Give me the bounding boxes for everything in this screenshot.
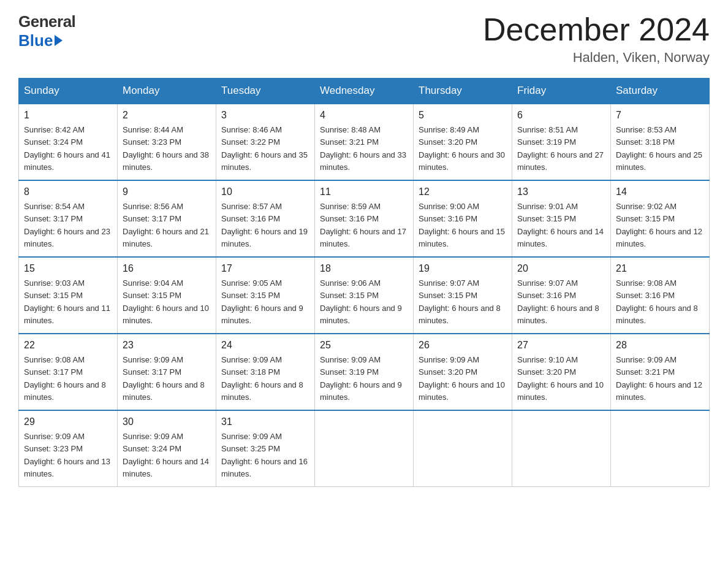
day-number: 24 bbox=[221, 338, 309, 353]
day-number: 16 bbox=[123, 261, 211, 276]
day-number: 3 bbox=[221, 108, 309, 123]
weekday-header-wednesday: Wednesday bbox=[315, 79, 414, 104]
day-number: 5 bbox=[419, 108, 507, 123]
page-header: General Blue December 2024 Halden, Viken… bbox=[18, 12, 710, 66]
day-info: Sunrise: 9:08 AMSunset: 3:16 PMDaylight:… bbox=[616, 278, 698, 325]
day-cell-10: 10 Sunrise: 8:57 AMSunset: 3:16 PMDaylig… bbox=[216, 180, 315, 257]
empty-cell bbox=[315, 410, 414, 487]
day-info: Sunrise: 8:59 AMSunset: 3:16 PMDaylight:… bbox=[320, 202, 406, 248]
day-info: Sunrise: 9:07 AMSunset: 3:16 PMDaylight:… bbox=[517, 278, 599, 325]
day-info: Sunrise: 8:54 AMSunset: 3:17 PMDaylight:… bbox=[24, 202, 110, 248]
day-info: Sunrise: 8:57 AMSunset: 3:16 PMDaylight:… bbox=[221, 202, 308, 248]
week-row-3: 15 Sunrise: 9:03 AMSunset: 3:15 PMDaylig… bbox=[19, 257, 710, 334]
day-info: Sunrise: 8:56 AMSunset: 3:17 PMDaylight:… bbox=[123, 202, 209, 248]
empty-cell bbox=[414, 410, 512, 487]
day-cell-16: 16 Sunrise: 9:04 AMSunset: 3:15 PMDaylig… bbox=[118, 257, 216, 334]
title-block: December 2024 Halden, Viken, Norway bbox=[483, 12, 710, 66]
logo-chevron-icon bbox=[55, 35, 63, 46]
day-cell-12: 12 Sunrise: 9:00 AMSunset: 3:16 PMDaylig… bbox=[414, 180, 512, 257]
day-number: 18 bbox=[320, 261, 408, 276]
day-cell-30: 30 Sunrise: 9:09 AMSunset: 3:24 PMDaylig… bbox=[118, 410, 216, 487]
week-row-4: 22 Sunrise: 9:08 AMSunset: 3:17 PMDaylig… bbox=[19, 334, 710, 410]
day-info: Sunrise: 9:09 AMSunset: 3:24 PMDaylight:… bbox=[123, 432, 209, 478]
day-info: Sunrise: 9:02 AMSunset: 3:15 PMDaylight:… bbox=[616, 202, 702, 248]
day-cell-1: 1 Sunrise: 8:42 AMSunset: 3:24 PMDayligh… bbox=[19, 104, 118, 180]
day-info: Sunrise: 8:44 AMSunset: 3:23 PMDaylight:… bbox=[123, 125, 209, 172]
location-subtitle: Halden, Viken, Norway bbox=[483, 50, 710, 66]
day-cell-11: 11 Sunrise: 8:59 AMSunset: 3:16 PMDaylig… bbox=[315, 180, 414, 257]
day-info: Sunrise: 9:09 AMSunset: 3:23 PMDaylight:… bbox=[24, 432, 110, 478]
day-number: 12 bbox=[419, 185, 507, 199]
day-info: Sunrise: 9:09 AMSunset: 3:21 PMDaylight:… bbox=[616, 355, 702, 402]
day-cell-13: 13 Sunrise: 9:01 AMSunset: 3:15 PMDaylig… bbox=[512, 180, 611, 257]
day-info: Sunrise: 8:42 AMSunset: 3:24 PMDaylight:… bbox=[24, 125, 110, 172]
day-cell-21: 21 Sunrise: 9:08 AMSunset: 3:16 PMDaylig… bbox=[611, 257, 710, 334]
day-cell-17: 17 Sunrise: 9:05 AMSunset: 3:15 PMDaylig… bbox=[216, 257, 315, 334]
day-info: Sunrise: 9:04 AMSunset: 3:15 PMDaylight:… bbox=[123, 278, 209, 325]
weekday-header-row: SundayMondayTuesdayWednesdayThursdayFrid… bbox=[19, 79, 710, 104]
day-cell-15: 15 Sunrise: 9:03 AMSunset: 3:15 PMDaylig… bbox=[19, 257, 118, 334]
day-cell-31: 31 Sunrise: 9:09 AMSunset: 3:25 PMDaylig… bbox=[216, 410, 315, 487]
day-cell-27: 27 Sunrise: 9:10 AMSunset: 3:20 PMDaylig… bbox=[512, 334, 611, 410]
day-number: 13 bbox=[517, 185, 605, 199]
day-number: 8 bbox=[24, 185, 112, 199]
day-number: 14 bbox=[616, 185, 704, 199]
day-number: 4 bbox=[320, 108, 408, 123]
day-number: 25 bbox=[320, 338, 408, 353]
day-cell-23: 23 Sunrise: 9:09 AMSunset: 3:17 PMDaylig… bbox=[118, 334, 216, 410]
day-info: Sunrise: 9:09 AMSunset: 3:19 PMDaylight:… bbox=[320, 355, 402, 402]
weekday-header-sunday: Sunday bbox=[19, 79, 118, 104]
day-number: 21 bbox=[616, 261, 704, 276]
day-number: 17 bbox=[221, 261, 309, 276]
weekday-header-thursday: Thursday bbox=[414, 79, 512, 104]
day-cell-8: 8 Sunrise: 8:54 AMSunset: 3:17 PMDayligh… bbox=[19, 180, 118, 257]
day-info: Sunrise: 9:09 AMSunset: 3:17 PMDaylight:… bbox=[123, 355, 205, 402]
weekday-header-saturday: Saturday bbox=[611, 79, 710, 104]
day-info: Sunrise: 9:09 AMSunset: 3:18 PMDaylight:… bbox=[221, 355, 303, 402]
day-cell-26: 26 Sunrise: 9:09 AMSunset: 3:20 PMDaylig… bbox=[414, 334, 512, 410]
day-info: Sunrise: 9:03 AMSunset: 3:15 PMDaylight:… bbox=[24, 278, 110, 325]
day-info: Sunrise: 9:06 AMSunset: 3:15 PMDaylight:… bbox=[320, 278, 402, 325]
day-info: Sunrise: 9:10 AMSunset: 3:20 PMDaylight:… bbox=[517, 355, 604, 402]
day-number: 9 bbox=[123, 185, 211, 199]
day-cell-14: 14 Sunrise: 9:02 AMSunset: 3:15 PMDaylig… bbox=[611, 180, 710, 257]
logo: General Blue bbox=[18, 12, 75, 50]
logo-blue-text: Blue bbox=[18, 31, 53, 50]
logo-general-text: General bbox=[18, 12, 75, 31]
day-cell-22: 22 Sunrise: 9:08 AMSunset: 3:17 PMDaylig… bbox=[19, 334, 118, 410]
day-number: 10 bbox=[221, 185, 309, 199]
week-row-5: 29 Sunrise: 9:09 AMSunset: 3:23 PMDaylig… bbox=[19, 410, 710, 487]
day-number: 31 bbox=[221, 415, 309, 429]
day-cell-3: 3 Sunrise: 8:46 AMSunset: 3:22 PMDayligh… bbox=[216, 104, 315, 180]
day-info: Sunrise: 9:01 AMSunset: 3:15 PMDaylight:… bbox=[517, 202, 604, 248]
day-number: 15 bbox=[24, 261, 112, 276]
day-cell-28: 28 Sunrise: 9:09 AMSunset: 3:21 PMDaylig… bbox=[611, 334, 710, 410]
day-cell-19: 19 Sunrise: 9:07 AMSunset: 3:15 PMDaylig… bbox=[414, 257, 512, 334]
day-number: 28 bbox=[616, 338, 704, 353]
day-cell-5: 5 Sunrise: 8:49 AMSunset: 3:20 PMDayligh… bbox=[414, 104, 512, 180]
day-number: 29 bbox=[24, 415, 112, 429]
day-number: 7 bbox=[616, 108, 704, 123]
weekday-header-tuesday: Tuesday bbox=[216, 79, 315, 104]
day-cell-7: 7 Sunrise: 8:53 AMSunset: 3:18 PMDayligh… bbox=[611, 104, 710, 180]
day-info: Sunrise: 9:09 AMSunset: 3:20 PMDaylight:… bbox=[419, 355, 505, 402]
day-cell-4: 4 Sunrise: 8:48 AMSunset: 3:21 PMDayligh… bbox=[315, 104, 414, 180]
day-cell-6: 6 Sunrise: 8:51 AMSunset: 3:19 PMDayligh… bbox=[512, 104, 611, 180]
logo-wordmark: General Blue bbox=[18, 12, 75, 50]
day-cell-29: 29 Sunrise: 9:09 AMSunset: 3:23 PMDaylig… bbox=[19, 410, 118, 487]
calendar-table: SundayMondayTuesdayWednesdayThursdayFrid… bbox=[18, 78, 710, 487]
day-info: Sunrise: 8:48 AMSunset: 3:21 PMDaylight:… bbox=[320, 125, 406, 172]
day-cell-20: 20 Sunrise: 9:07 AMSunset: 3:16 PMDaylig… bbox=[512, 257, 611, 334]
day-info: Sunrise: 9:07 AMSunset: 3:15 PMDaylight:… bbox=[419, 278, 501, 325]
empty-cell bbox=[611, 410, 710, 487]
day-cell-9: 9 Sunrise: 8:56 AMSunset: 3:17 PMDayligh… bbox=[118, 180, 216, 257]
day-cell-18: 18 Sunrise: 9:06 AMSunset: 3:15 PMDaylig… bbox=[315, 257, 414, 334]
day-number: 26 bbox=[419, 338, 507, 353]
week-row-1: 1 Sunrise: 8:42 AMSunset: 3:24 PMDayligh… bbox=[19, 104, 710, 180]
day-cell-24: 24 Sunrise: 9:09 AMSunset: 3:18 PMDaylig… bbox=[216, 334, 315, 410]
day-cell-25: 25 Sunrise: 9:09 AMSunset: 3:19 PMDaylig… bbox=[315, 334, 414, 410]
day-number: 27 bbox=[517, 338, 605, 353]
day-number: 20 bbox=[517, 261, 605, 276]
day-number: 23 bbox=[123, 338, 211, 353]
week-row-2: 8 Sunrise: 8:54 AMSunset: 3:17 PMDayligh… bbox=[19, 180, 710, 257]
